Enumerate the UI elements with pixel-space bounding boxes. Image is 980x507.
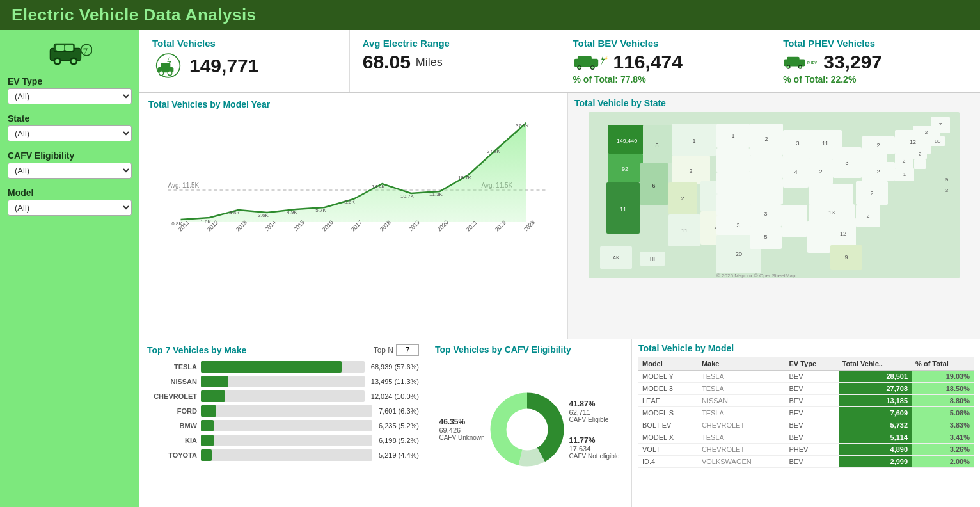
bar-fill (201, 420, 214, 431)
bar-track (201, 405, 372, 417)
svg-text:AK: AK (613, 255, 620, 261)
bev-card: Total BEV Vehicles ⚡ 116,474 % of Total (560, 30, 771, 92)
bar-row: NISSAN 13,495 (11.3%) (147, 376, 419, 387)
table-row: LEAF NISSAN BEV 13,185 8.80% (638, 395, 974, 407)
bar-row: TESLA 68,939 (57.6%) (147, 361, 419, 373)
svg-point-27 (787, 66, 790, 68)
bar-track (201, 449, 372, 461)
svg-text:2: 2 (902, 157, 905, 164)
donut-section: Top Vehicles by CAFV Eligibility 46.35% … (427, 339, 632, 507)
svg-text:3.6K: 3.6K (258, 213, 269, 218)
td-ev-type: BEV (786, 407, 839, 419)
state-label: State (8, 113, 132, 124)
col-model: Model (638, 357, 698, 371)
svg-text:2: 2 (689, 168, 692, 174)
td-model: MODEL Y (638, 371, 698, 383)
td-ev-type: BEV (786, 383, 839, 395)
bar-label: BMW (147, 422, 197, 430)
svg-rect-114 (782, 205, 807, 237)
phev-icon: PHEV (783, 52, 818, 72)
bar-fill (201, 390, 225, 402)
bar-label: TOYOTA (147, 451, 197, 459)
td-make: NISSAN (698, 395, 786, 407)
phev-value: 33,297 (823, 51, 882, 73)
cafv-label: CAFV Eligibility (8, 150, 132, 161)
svg-text:© 2025 Mapbox © OpenStreetMap: © 2025 Mapbox © OpenStreetMap (716, 273, 796, 278)
td-ev-type: BEV (786, 419, 839, 431)
col-pct: % of Total (912, 357, 974, 371)
us-map-svg: 149,440 92 11 6 8 1 (574, 112, 974, 278)
svg-text:2: 2 (819, 168, 822, 175)
state-select[interactable]: (All) (8, 125, 132, 141)
svg-text:2: 2 (876, 142, 880, 149)
stats-row: Total Vehicles 149,771 Avg Electric Rang… (139, 30, 980, 93)
svg-text:2: 2 (925, 129, 928, 135)
td-model: ID.4 (638, 456, 698, 468)
td-pct: 3.83% (912, 419, 974, 431)
model-label: Model (8, 188, 132, 198)
col-ev-type: EV Type (786, 357, 839, 371)
svg-text:149,440: 149,440 (617, 138, 638, 144)
svg-rect-87 (716, 172, 755, 194)
svg-text:5: 5 (764, 234, 767, 240)
phev-pct: % of Total: 22.2% (783, 74, 856, 84)
map-area: Total Vehicle by State 149,440 92 11 (568, 93, 980, 339)
donut-left-labels: 46.35% 69,426 CAFV Unknown (439, 417, 484, 441)
svg-text:9: 9 (844, 254, 848, 261)
bar-chart-section: Top 7 Vehicles by Make Top N TESLA 68,93… (139, 339, 427, 507)
td-pct: 19.03% (912, 371, 974, 383)
td-make: TESLA (698, 383, 786, 395)
sidebar: EV Type (All) State (All) CAFV Eligibili… (0, 30, 139, 507)
bar-row: BMW 6,235 (5.2%) (147, 420, 419, 431)
td-model: VOLT (638, 444, 698, 456)
bar-track (201, 376, 365, 387)
svg-text:13: 13 (828, 209, 835, 216)
total-vehicles-title: Total Vehicles (152, 38, 216, 49)
table-row: MODEL S TESLA BEV 7,609 5.08% (638, 407, 974, 419)
svg-text:7: 7 (939, 122, 942, 127)
donut-container: 46.35% 69,426 CAFV Unknown (435, 355, 624, 504)
bar-track (201, 435, 372, 446)
table-row: MODEL 3 TESLA BEV 27,708 18.50% (638, 383, 974, 395)
svg-rect-141 (914, 159, 926, 169)
svg-rect-2 (56, 45, 64, 51)
table-section: Total Vehicle by Model Model Make EV Typ… (632, 339, 980, 507)
topn-input[interactable] (396, 344, 419, 356)
svg-text:8: 8 (655, 142, 658, 149)
td-make: TESLA (698, 407, 786, 419)
td-model: MODEL 3 (638, 383, 698, 395)
page-header: Electric Vehicle Data Analysis (0, 0, 980, 30)
bar-track (201, 390, 365, 402)
svg-point-5 (55, 59, 59, 63)
cafv-select[interactable]: (All) (8, 163, 132, 179)
td-pct: 18.50% (912, 383, 974, 395)
table-row: MODEL X TESLA BEV 5,114 3.41% (638, 431, 974, 444)
sidebar-icons (8, 36, 132, 68)
svg-text:11.3K: 11.3K (429, 191, 443, 197)
td-make: VOLKSWAGEN (698, 456, 786, 468)
svg-text:92: 92 (622, 166, 628, 172)
bar-chart-header: Top 7 Vehicles by Make Top N (147, 344, 419, 356)
avg-range-card: Avg Electric Range 68.05 Miles (350, 30, 560, 92)
svg-text:11: 11 (681, 227, 688, 234)
model-select[interactable]: (All) (8, 200, 132, 216)
svg-rect-3 (65, 45, 73, 51)
svg-marker-34 (181, 123, 526, 222)
bar-value: 5,219 (4.4%) (379, 451, 419, 459)
svg-text:3: 3 (945, 188, 949, 193)
bar-value: 13,495 (11.3%) (371, 378, 419, 385)
svg-text:Avg: 11.5K: Avg: 11.5K (168, 182, 200, 189)
svg-text:2: 2 (870, 190, 873, 197)
td-make: TESLA (698, 371, 786, 383)
vehicle-model-table: Model Make EV Type Total Vehic.. % of To… (638, 357, 974, 468)
ev-type-select[interactable]: (All) (8, 88, 132, 104)
svg-point-7 (72, 59, 76, 63)
table-row: VOLT CHEVROLET PHEV 4,890 3.26% (638, 444, 974, 456)
map-title: Total Vehicle by State (574, 98, 974, 108)
svg-rect-86 (716, 148, 750, 172)
cafv-eligible-label: 41.87% 62,711 CAFV Eligible (569, 399, 609, 423)
phev-title: Total PHEV Vehicles (783, 38, 875, 49)
svg-text:1: 1 (903, 172, 906, 177)
donut-right-labels: 41.87% 62,711 CAFV Eligible 11.77% 17,63… (569, 399, 620, 460)
col-total: Total Vehic.. (839, 357, 912, 371)
